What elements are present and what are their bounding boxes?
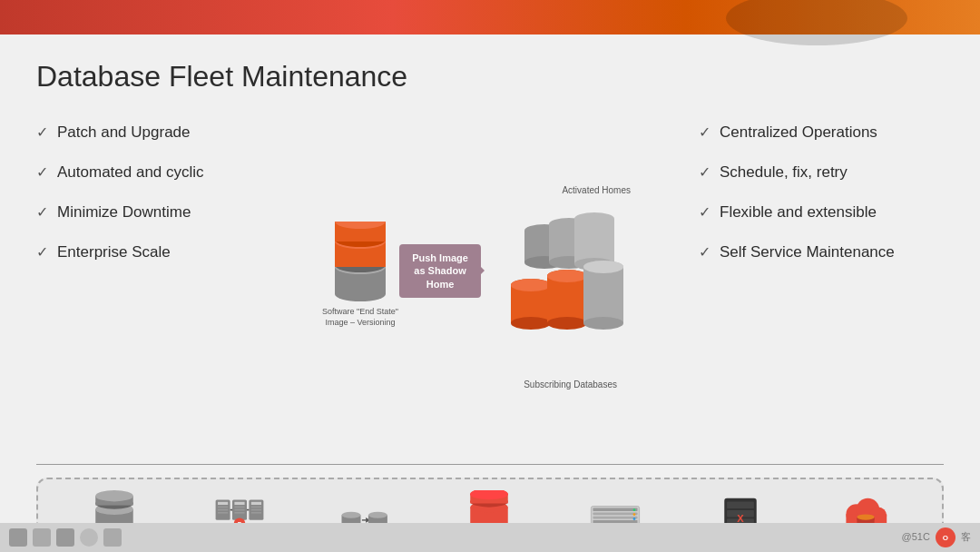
watermark-text: @51C (902, 531, 930, 542)
right-cylinders (495, 199, 644, 344)
right-check-label-4: Self Service Maintenance (720, 242, 895, 262)
bottom-icon-1 (9, 528, 27, 547)
svg-rect-49 (250, 509, 260, 511)
bottom-icons (9, 528, 122, 547)
oracle-badge: O (936, 527, 956, 547)
check-item-2: ✓ Automated and cyclic (36, 163, 272, 182)
svg-point-94 (857, 514, 874, 519)
svg-point-20 (511, 317, 551, 330)
middle-column: Software "End State"Image – Versioning P… (272, 115, 699, 455)
right-checkmark-4: ✓ (699, 243, 710, 261)
right-checkmark-3: ✓ (699, 203, 710, 221)
check-item-1: ✓ Patch and Upgrade (36, 123, 272, 143)
check-item-4: ✓ Enterprise Scale (36, 242, 272, 262)
bottom-watermark: @51C O 客 (902, 527, 971, 547)
check-label-4: Enterprise Scale (57, 242, 171, 262)
subscribing-label: Subscribing Databases (524, 380, 617, 389)
svg-rect-74 (593, 513, 637, 516)
software-db-icon (328, 222, 392, 303)
svg-rect-43 (234, 507, 244, 508)
bottom-icon-4 (80, 528, 98, 547)
separator (36, 464, 944, 465)
svg-point-28 (583, 317, 623, 330)
right-check-item-4: ✓ Self Service Maintenance (699, 242, 944, 262)
checkmark-1: ✓ (36, 123, 48, 141)
svg-point-24 (547, 317, 587, 330)
right-checkmark-2: ✓ (699, 163, 710, 181)
svg-rect-47 (250, 502, 260, 505)
arrow-box: Push Imageas ShadowHome (399, 244, 481, 298)
svg-rect-16 (574, 219, 614, 264)
svg-point-29 (583, 261, 623, 273)
right-column: ✓ Centralized Operations ✓ Schedule, fix… (699, 115, 944, 455)
svg-rect-23 (547, 276, 587, 323)
check-label-1: Patch and Upgrade (57, 123, 191, 143)
check-label-2: Automated and cyclic (57, 163, 204, 182)
top-bar (0, 0, 980, 34)
svg-point-25 (547, 270, 587, 282)
bottom-bar: @51C O 客 (0, 523, 980, 552)
svg-rect-39 (218, 509, 228, 511)
svg-rect-42 (234, 502, 244, 505)
checkmark-2: ✓ (36, 163, 48, 181)
svg-rect-37 (218, 502, 228, 505)
check-label-3: Minimize Downtime (57, 202, 191, 222)
svg-point-57 (342, 512, 361, 518)
svg-rect-45 (234, 512, 244, 514)
svg-rect-27 (583, 267, 623, 323)
activated-homes-label: Activated Homes (562, 185, 631, 195)
main-content: Database Fleet Maintenance ✓ Patch and U… (0, 34, 980, 523)
check-item-3: ✓ Minimize Downtime (36, 202, 272, 222)
right-check-label-2: Schedule, fix, retry (720, 163, 848, 182)
bottom-icon-5 (103, 528, 122, 547)
activated-db-group (495, 199, 644, 349)
bottom-icon-3 (56, 528, 74, 547)
checkmark-3: ✓ (36, 203, 48, 221)
right-check-item-3: ✓ Flexible and extensible (699, 202, 944, 222)
svg-point-79 (632, 518, 635, 520)
svg-rect-40 (218, 512, 228, 514)
svg-point-78 (632, 513, 635, 516)
right-check-label-3: Flexible and extensible (720, 202, 877, 222)
svg-point-77 (632, 508, 635, 511)
right-check-item-2: ✓ Schedule, fix, retry (699, 163, 944, 182)
svg-point-35 (95, 490, 132, 501)
watermark-text-2: 客 (961, 531, 971, 542)
svg-rect-50 (250, 512, 260, 514)
left-column: ✓ Patch and Upgrade ✓ Automated and cycl… (36, 115, 272, 455)
right-check-label-1: Centralized Operations (720, 123, 877, 143)
svg-rect-48 (250, 507, 260, 508)
software-label: Software "End State"Image – Versioning (322, 307, 398, 328)
page-title: Database Fleet Maintenance (36, 60, 944, 94)
columns-layout: ✓ Patch and Upgrade ✓ Automated and cycl… (36, 115, 944, 455)
bottom-icon-2 (33, 528, 51, 547)
svg-point-62 (368, 512, 387, 518)
svg-rect-44 (234, 509, 244, 511)
svg-rect-81 (727, 502, 754, 508)
svg-rect-75 (593, 517, 637, 519)
svg-rect-73 (593, 508, 637, 512)
diagram-area: Software "End State"Image – Versioning P… (322, 194, 649, 376)
svg-rect-38 (218, 507, 228, 508)
right-checkmark-1: ✓ (699, 123, 710, 141)
software-box: Software "End State"Image – Versioning (322, 222, 398, 328)
right-check-item-1: ✓ Centralized Operations (699, 123, 944, 143)
checkmark-4: ✓ (36, 243, 48, 261)
svg-point-21 (511, 279, 551, 291)
